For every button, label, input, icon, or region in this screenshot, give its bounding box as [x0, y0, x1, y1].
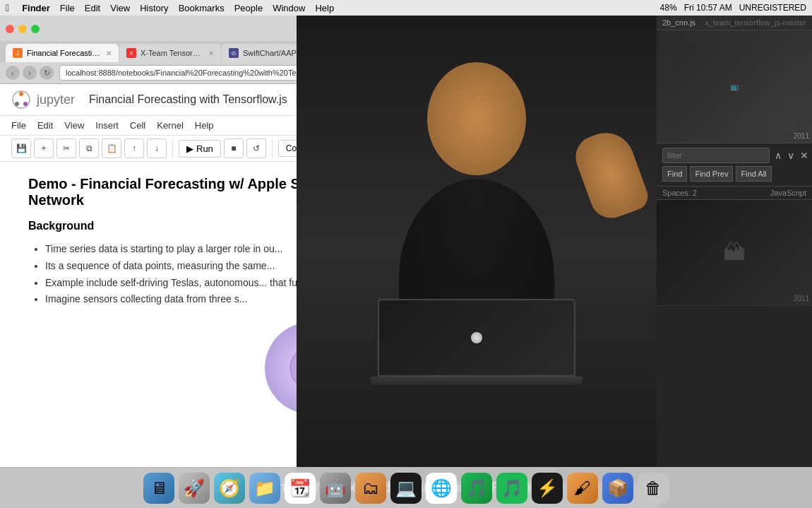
battery-indicator: 48% [660, 3, 677, 13]
editor-header: 2b_cnn.js x_team_tensorflow_js-master [657, 16, 812, 30]
menu-people[interactable]: People [234, 3, 263, 13]
menu-file[interactable]: File [60, 3, 75, 13]
paste-button[interactable]: 📋 [102, 138, 121, 158]
menu-window[interactable]: Window [273, 3, 305, 13]
find-all-button[interactable]: Find All [736, 166, 771, 182]
mini-thumbnail-1: 📺 2011 [657, 30, 812, 143]
find-nav-buttons: ∧ ∨ ✕ [772, 150, 811, 161]
dock-icon-files[interactable]: 📁 [249, 473, 280, 504]
apple-menu[interactable]:  [6, 2, 9, 13]
interrupt-button[interactable]: ■ [224, 138, 244, 158]
dock-icon-browser[interactable]: 🌐 [426, 473, 457, 504]
svg-point-2 [23, 102, 28, 106]
tab-close-1[interactable]: ✕ [106, 49, 112, 57]
minimize-button[interactable] [18, 25, 27, 33]
find-next-arrow[interactable]: ∨ [785, 150, 796, 161]
tab-favicon-3: G [229, 48, 239, 58]
tab-xteam[interactable]: X X-Team TensorFlow ✕ [119, 44, 221, 62]
dock-icon-music[interactable]: 🎵 [461, 473, 492, 504]
dock-icon-spotify[interactable]: 🎵 [496, 473, 527, 504]
jupyter-menu-view[interactable]: View [64, 119, 84, 132]
svg-point-1 [19, 92, 23, 96]
menu-bar:  Finder File Edit View History Bookmark… [0, 0, 812, 16]
traffic-lights [6, 25, 40, 33]
back-button[interactable]: ‹ [6, 66, 20, 80]
forward-button[interactable]: › [23, 66, 37, 80]
separator-2 [272, 140, 273, 157]
editor-extra: x_team_tensorflow_js-master [705, 18, 806, 27]
jupyter-logo-text: jupyter [37, 93, 75, 107]
run-label: Run [196, 143, 213, 154]
dock-icon-finder[interactable]: 🖥 [143, 473, 174, 504]
jupyter-logo: jupyter [11, 90, 75, 110]
dock: 🖥 🚀 🧭 📁 📆 🤖 🗂 💻 🌐 🎵 🎵 ⚡ 🖌 📦 🗑 [0, 467, 812, 508]
dock-icon-launchpad[interactable]: 🚀 [179, 473, 210, 504]
dock-icon-trash[interactable]: 🗑 [638, 473, 669, 504]
dock-icon-sublime[interactable]: 🖌 [567, 473, 598, 504]
menu-history[interactable]: History [140, 3, 168, 13]
person-silhouette [297, 16, 657, 482]
separator-1 [172, 140, 173, 157]
tab-close-2[interactable]: ✕ [208, 49, 214, 57]
find-input[interactable] [662, 148, 770, 163]
right-panel: 2b_cnn.js x_team_tensorflow_js-master 📺 … [657, 16, 812, 508]
tab-favicon-1: J [13, 48, 23, 58]
run-icon: ▶ [186, 143, 193, 154]
jupyter-menu-help[interactable]: Help [195, 119, 214, 132]
dock-icon-calendar[interactable]: 📆 [285, 473, 316, 504]
close-button[interactable] [6, 25, 14, 33]
menu-bookmarks[interactable]: Bookmarks [179, 3, 225, 13]
editor-title: 2b_cnn.js [662, 18, 695, 27]
find-buttons-row: Find Find Prev Find All [662, 166, 806, 182]
find-prev-arrow[interactable]: ∧ [772, 150, 784, 161]
thumbnail-2-icon: 🏔 [723, 240, 746, 266]
dock-icon-app3[interactable]: 📦 [602, 473, 633, 504]
find-prev-button[interactable]: Find Prev [690, 166, 733, 182]
find-close-icon[interactable]: ✕ [798, 150, 811, 161]
jupyter-menu-cell[interactable]: Cell [130, 119, 145, 132]
editor-panel: 2b_cnn.js x_team_tensorflow_js-master 📺 … [657, 16, 812, 508]
find-button[interactable]: Find [662, 166, 687, 182]
notebook-title[interactable]: Financial Forecasting with Tensorflow.js [89, 93, 287, 106]
dock-icon-terminal2[interactable]: ⚡ [532, 473, 563, 504]
tab-label-1: Financial Forecasting with Te... [27, 49, 102, 57]
tab-favicon-2: X [126, 48, 136, 58]
dock-icon-terminal[interactable]: 💻 [390, 473, 422, 504]
cut-button[interactable]: ✂ [56, 138, 76, 158]
menu-help[interactable]: Help [315, 3, 334, 13]
dock-icon-safari[interactable]: 🧭 [214, 473, 245, 504]
restart-button[interactable]: ↺ [246, 138, 266, 158]
tab-label-2: X-Team TensorFlow [141, 49, 204, 57]
menu-edit[interactable]: Edit [85, 3, 100, 13]
video-overlay [297, 16, 657, 482]
menu-finder[interactable]: Finder [22, 3, 50, 13]
maximize-button[interactable] [31, 25, 40, 33]
move-up-button[interactable]: ↑ [124, 138, 144, 158]
dock-icon-app1[interactable]: 🤖 [320, 473, 351, 504]
jupyter-logo-icon [11, 90, 31, 110]
add-cell-button[interactable]: + [34, 138, 54, 158]
jupyter-menu-file[interactable]: File [11, 119, 26, 132]
time-display: Fri 10:57 AM [684, 3, 732, 13]
thumbnail-year-1: 2011 [794, 132, 809, 140]
jupyter-menu-edit[interactable]: Edit [37, 119, 53, 132]
menu-bar-right: 48% Fri 10:57 AM UNREGISTERED [660, 3, 806, 13]
dock-icon-app2[interactable]: 🗂 [355, 473, 386, 504]
run-button[interactable]: ▶ Run [179, 140, 221, 158]
find-row-1: ∧ ∨ ✕ [662, 148, 806, 163]
find-bar-container: ∧ ∨ ✕ Find Find Prev Find All [657, 143, 812, 187]
menu-view[interactable]: View [110, 3, 130, 13]
save-button[interactable]: 💾 [11, 138, 31, 158]
nav-buttons: ‹ › ↻ [6, 66, 54, 80]
move-down-button[interactable]: ↓ [147, 138, 167, 158]
copy-button[interactable]: ⧉ [79, 138, 99, 158]
reload-button[interactable]: ↻ [40, 66, 54, 80]
thumbnail-year-2: 2011 [794, 295, 809, 302]
user-label: UNREGISTERED [739, 3, 806, 13]
thumbnail-content: 📺 [671, 45, 798, 129]
mini-thumbnail-2: 🏔 2011 [657, 200, 812, 306]
jupyter-menu-insert[interactable]: Insert [95, 119, 119, 132]
tab-financial-forecasting[interactable]: J Financial Forecasting with Te... ✕ [6, 44, 119, 62]
spaces-info: Spaces: 2 [662, 189, 697, 197]
jupyter-menu-kernel[interactable]: Kernel [157, 119, 184, 132]
